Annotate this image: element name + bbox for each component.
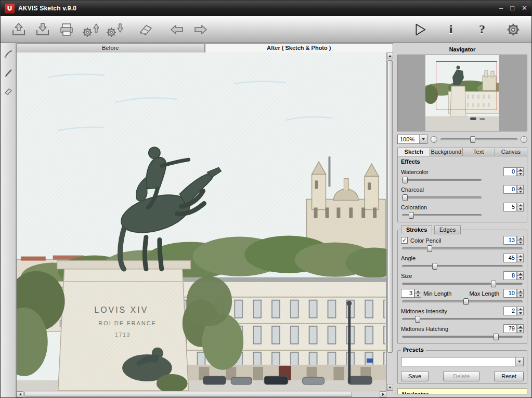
charcoal-slider[interactable] xyxy=(402,194,482,201)
zoom-dropdown-button[interactable] xyxy=(419,135,427,143)
redo-button[interactable] xyxy=(189,19,213,41)
tab-background[interactable]: Background xyxy=(430,148,462,156)
vertical-scroll-track[interactable] xyxy=(387,59,393,384)
about-button[interactable]: i xyxy=(439,19,463,41)
tab-text[interactable]: Text xyxy=(463,148,495,156)
minimize-button[interactable]: – xyxy=(499,5,503,12)
color-pencil-checkbox[interactable]: ✓ xyxy=(401,237,408,244)
tab-before[interactable]: Before xyxy=(16,43,205,52)
after-image-canvas[interactable]: LOVIS XIV ROI DE FRANCE 1713 xyxy=(16,52,393,397)
spin-down-button[interactable] xyxy=(517,171,524,176)
open-image-button[interactable] xyxy=(7,19,31,41)
slider-track[interactable] xyxy=(402,247,523,249)
slider-track[interactable] xyxy=(402,179,482,181)
tab-sketch[interactable]: Sketch xyxy=(397,148,430,156)
midtones-hatching-value[interactable]: 79 xyxy=(503,324,517,333)
tab-after[interactable]: After ( Sketch & Photo ) xyxy=(205,43,394,52)
slider-thumb[interactable] xyxy=(409,212,414,219)
watercolor-slider[interactable] xyxy=(402,177,482,183)
max-length-value[interactable]: 10 xyxy=(503,289,517,298)
midtones-intensity-value[interactable]: 2 xyxy=(503,307,517,315)
preferences-button[interactable] xyxy=(501,19,525,41)
eraser-tool-button[interactable] xyxy=(3,86,14,97)
spin-down-button[interactable] xyxy=(517,275,524,280)
save-button[interactable]: Save xyxy=(401,371,429,381)
save-image-button[interactable] xyxy=(31,19,55,41)
spin-down-button[interactable] xyxy=(517,258,524,262)
zoom-combobox[interactable]: 100% xyxy=(397,135,427,144)
scroll-left-button[interactable] xyxy=(17,391,23,397)
effects-title: Effects xyxy=(401,158,524,165)
delete-button[interactable]: Delete xyxy=(443,371,479,381)
spin-down-button[interactable] xyxy=(517,207,524,211)
pencil-tool-button[interactable] xyxy=(3,67,14,78)
slider-thumb[interactable] xyxy=(491,281,496,287)
length-slider[interactable] xyxy=(402,298,523,305)
slider-thumb[interactable] xyxy=(432,263,437,270)
size-value[interactable]: 8 xyxy=(503,271,517,280)
angle-value[interactable]: 45 xyxy=(503,254,517,262)
min-length-value[interactable]: 3 xyxy=(401,289,414,298)
spin-down-button[interactable] xyxy=(517,293,524,298)
vertical-scrollbar[interactable] xyxy=(386,52,393,391)
slider-thumb[interactable] xyxy=(463,298,469,305)
charcoal-value[interactable]: 0 xyxy=(503,185,517,194)
scroll-right-button[interactable] xyxy=(380,391,386,397)
slider-track[interactable] xyxy=(402,265,523,267)
tab-canvas[interactable]: Canvas xyxy=(495,148,527,156)
spin-down-button[interactable] xyxy=(517,311,524,315)
presets-dropdown-button[interactable] xyxy=(515,357,523,366)
size-slider[interactable] xyxy=(402,281,523,287)
navigator-frame[interactable] xyxy=(436,61,497,110)
navigator-preview[interactable] xyxy=(397,55,527,131)
color-pencil-slider[interactable] xyxy=(402,245,523,252)
horizontal-scroll-thumb[interactable] xyxy=(24,392,352,397)
slider-track[interactable] xyxy=(402,196,482,198)
presets-combobox[interactable] xyxy=(401,357,524,366)
export-presets-button[interactable] xyxy=(102,19,126,41)
print-button[interactable] xyxy=(55,19,79,41)
spin-down-button[interactable] xyxy=(517,189,524,194)
tab-strokes[interactable]: Strokes xyxy=(401,225,432,234)
color-pencil-value[interactable]: 13 xyxy=(503,236,517,245)
midtones-hatching-slider[interactable] xyxy=(402,334,523,340)
scroll-up-button[interactable] xyxy=(387,52,393,59)
import-presets-button[interactable] xyxy=(79,19,102,41)
scroll-down-button[interactable] xyxy=(387,384,393,391)
slider-thumb[interactable] xyxy=(427,245,432,252)
zoom-value: 100% xyxy=(398,135,419,143)
zoom-out-button[interactable]: − xyxy=(431,136,437,143)
zoom-slider-track[interactable] xyxy=(440,138,517,140)
slider-track[interactable] xyxy=(402,336,523,338)
maximize-button[interactable]: □ xyxy=(510,5,514,12)
slider-thumb[interactable] xyxy=(403,177,408,183)
watercolor-value[interactable]: 0 xyxy=(503,167,517,176)
reset-button[interactable]: Reset xyxy=(494,371,524,381)
smudge-tool-icon xyxy=(4,49,13,59)
horizontal-scroll-track[interactable] xyxy=(23,391,380,397)
slider-thumb[interactable] xyxy=(403,194,408,201)
run-button[interactable] xyxy=(408,19,432,41)
close-button[interactable]: ✕ xyxy=(522,5,527,12)
slider-thumb[interactable] xyxy=(415,316,420,323)
slider-track[interactable] xyxy=(402,283,523,285)
zoom-slider-thumb[interactable] xyxy=(470,136,475,143)
tab-edges[interactable]: Edges xyxy=(434,225,461,234)
slider-track[interactable] xyxy=(402,300,523,302)
horizontal-scrollbar[interactable] xyxy=(17,391,386,397)
eraser-button[interactable] xyxy=(134,19,158,41)
spin-down-button[interactable] xyxy=(517,328,524,333)
coloration-value[interactable]: 5 xyxy=(503,203,517,211)
undo-button[interactable] xyxy=(165,19,189,41)
spin-down-button[interactable] xyxy=(517,240,524,245)
angle-slider[interactable] xyxy=(402,263,523,270)
vertical-scroll-thumb[interactable] xyxy=(387,60,393,353)
coloration-slider[interactable] xyxy=(402,212,482,219)
help-button[interactable]: ? xyxy=(470,19,494,41)
midtones-intensity-slider[interactable] xyxy=(402,316,523,323)
smudge-tool-button[interactable] xyxy=(3,48,14,60)
zoom-slider[interactable] xyxy=(440,136,517,143)
spin-down-button[interactable] xyxy=(414,293,421,298)
slider-thumb[interactable] xyxy=(494,334,499,340)
zoom-in-button[interactable]: + xyxy=(521,136,527,143)
